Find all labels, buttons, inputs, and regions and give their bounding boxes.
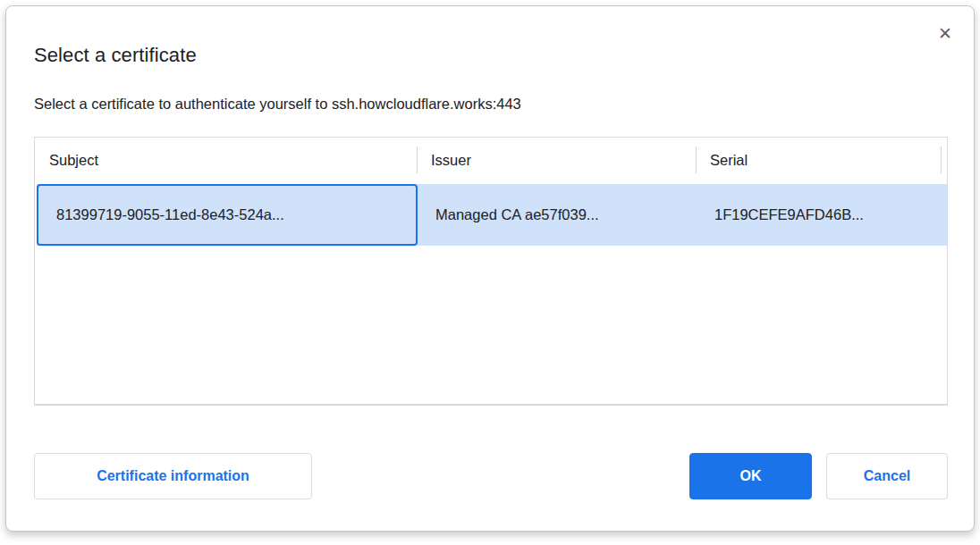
ok-button[interactable]: OK [689, 453, 812, 499]
page-title: Select a certificate [34, 44, 197, 67]
table-row-certificate-selected[interactable]: 81399719-9055-11ed-8e43-524a... Managed … [37, 184, 947, 246]
column-header-issuer: Issuer [417, 138, 696, 182]
table-header-row: Subject Issuer Serial [35, 138, 947, 182]
cancel-button[interactable]: Cancel [826, 453, 948, 499]
cell-issuer[interactable]: Managed CA ae57f039... [418, 184, 697, 246]
certificate-information-button[interactable]: Certificate information [34, 453, 312, 499]
select-certificate-dialog: ✕ Select a certificate Select a certific… [5, 5, 975, 532]
certificate-table: Subject Issuer Serial 81399719-9055-11ed… [34, 137, 948, 406]
column-header-serial: Serial [696, 138, 941, 182]
cell-subject[interactable]: 81399719-9055-11ed-8e43-524a... [37, 184, 418, 246]
cell-serial[interactable]: 1F19CEFE9AFD46B... [697, 184, 948, 246]
dialog-subtitle: Select a certificate to authenticate you… [34, 96, 521, 113]
column-header-gutter [941, 138, 948, 182]
column-header-subject: Subject [35, 138, 417, 182]
close-icon[interactable]: ✕ [933, 21, 958, 46]
